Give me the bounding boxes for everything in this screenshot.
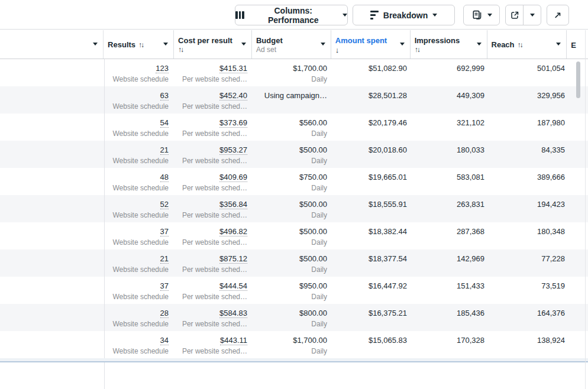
header-results[interactable]: Results↑↓ <box>104 30 174 59</box>
columns-button[interactable]: Columns: Performance <box>235 5 348 25</box>
name-cell <box>0 114 105 141</box>
table-row[interactable]: 54 Website schedule $373.69 Per website … <box>0 114 588 141</box>
results-cell: 54 Website schedule <box>105 114 176 141</box>
cost-per-result-cell: $584.83 Per website sched… <box>176 304 254 331</box>
table-row[interactable]: 48 Website schedule $409.69 Per website … <box>0 168 588 195</box>
header-name-column[interactable] <box>0 30 104 59</box>
amount-spent-value: $15,065.83 <box>338 335 407 346</box>
table-row[interactable]: 28 Website schedule $584.83 Per website … <box>0 304 588 331</box>
table-row[interactable]: 21 Website schedule $953.27 Per website … <box>0 141 588 168</box>
table-row[interactable]: 123 Website schedule $415.31 Per website… <box>0 59 588 86</box>
budget-cell: $1,700.00 Daily <box>254 59 334 86</box>
budget-subtitle: Daily <box>258 129 327 139</box>
results-value[interactable]: 21 <box>160 254 169 264</box>
results-subtitle: Website schedule <box>108 210 169 221</box>
results-value[interactable]: 54 <box>160 118 169 128</box>
breakdown-button[interactable]: Breakdown <box>353 5 455 25</box>
results-subtitle: Website schedule <box>108 319 169 329</box>
sort-both-icon: ↑↓ <box>178 46 240 54</box>
results-value[interactable]: 28 <box>160 309 169 318</box>
results-subtitle: Website schedule <box>108 238 169 248</box>
cost-per-result-value[interactable]: $415.31 <box>219 64 247 73</box>
reach-value: 77,228 <box>495 253 565 264</box>
cost-per-result-value[interactable]: $356.84 <box>219 200 247 209</box>
cost-per-result-value[interactable]: $452.40 <box>219 91 247 101</box>
table-row[interactable]: 63 Website schedule $452.40 Per website … <box>0 86 588 114</box>
chevron-down-icon[interactable] <box>163 43 168 46</box>
cost-per-result-cell: $496.82 Per website sched… <box>176 222 254 249</box>
budget-cell: $750.00 Daily <box>254 168 334 195</box>
chevron-down-icon[interactable] <box>477 43 482 46</box>
results-subtitle: Website schedule <box>108 156 169 166</box>
results-value[interactable]: 34 <box>160 336 169 345</box>
impressions-value: 692,999 <box>418 63 484 74</box>
header-impressions-label: Impressions <box>415 35 475 46</box>
name-cell <box>0 141 105 168</box>
reports-button[interactable] <box>463 5 500 25</box>
budget-value: $500.00 <box>258 144 327 155</box>
cost-per-result-value[interactable]: $444.54 <box>219 281 247 291</box>
breakdown-button-label: Breakdown <box>383 11 428 20</box>
cost-per-result-subtitle: Per website sched… <box>179 74 247 85</box>
view-charts-button[interactable] <box>547 5 569 25</box>
chevron-down-icon[interactable] <box>556 43 561 46</box>
cost-per-result-value[interactable]: $409.69 <box>219 173 247 182</box>
horizontal-scroll-strip[interactable] <box>0 358 588 362</box>
budget-value: $800.00 <box>258 307 327 319</box>
impressions-value: 583,081 <box>418 171 484 183</box>
sort-both-icon: ↑↓ <box>415 46 475 54</box>
table-header-row: Results↑↓ Cost per result ↑↓ Budget Ad s… <box>0 30 588 59</box>
chevron-down-icon[interactable] <box>93 43 98 46</box>
results-cell: 123 Website schedule <box>105 59 176 86</box>
cost-per-result-value[interactable]: $443.11 <box>220 336 247 345</box>
budget-cell: $500.00 Daily <box>254 222 334 249</box>
table-row[interactable]: 37 Website schedule $496.82 Per website … <box>0 222 588 249</box>
amount-spent-value: $18,555.91 <box>338 199 407 210</box>
vertical-scrollbar-thumb[interactable] <box>576 61 580 98</box>
budget-cell: $500.00 Daily <box>254 249 334 277</box>
export-options-button[interactable] <box>523 5 541 25</box>
amount-spent-value: $16,447.92 <box>338 280 407 291</box>
name-cell <box>0 168 105 195</box>
results-value[interactable]: 21 <box>160 145 169 155</box>
budget-cell: $500.00 Daily <box>254 195 334 222</box>
export-button[interactable] <box>506 5 523 25</box>
cost-per-result-value[interactable]: $496.82 <box>219 227 247 236</box>
header-impressions[interactable]: Impressions ↑↓ <box>411 30 487 59</box>
header-reach[interactable]: Reach↑↓ <box>487 30 567 59</box>
results-value[interactable]: 48 <box>160 173 169 182</box>
reach-value: 73,519 <box>495 280 565 291</box>
results-value[interactable]: 123 <box>156 64 169 73</box>
results-cell: 48 Website schedule <box>105 168 176 195</box>
sort-both-icon: ↑↓ <box>138 41 143 49</box>
results-value[interactable]: 37 <box>160 281 169 291</box>
sort-desc-icon: ↓ <box>335 46 398 54</box>
header-budget[interactable]: Budget Ad set <box>252 30 331 59</box>
results-value[interactable]: 63 <box>160 91 169 101</box>
cost-per-result-value[interactable]: $584.83 <box>219 309 247 318</box>
chevron-down-icon[interactable] <box>241 43 246 46</box>
header-cost-per-result[interactable]: Cost per result ↑↓ <box>174 30 252 59</box>
table-row[interactable]: 21 Website schedule $875.12 Per website … <box>0 249 588 277</box>
header-amount-spent[interactable]: Amount spent ↓ <box>331 30 411 59</box>
table-row[interactable]: 34 Website schedule $443.11 Per website … <box>0 331 588 358</box>
results-value[interactable]: 52 <box>160 200 169 209</box>
impressions-value: 287,368 <box>418 226 484 237</box>
chevron-down-icon[interactable] <box>321 43 325 46</box>
results-subtitle: Website schedule <box>108 183 169 193</box>
cost-per-result-value[interactable]: $953.27 <box>219 145 247 155</box>
cost-per-result-cell: $875.12 Per website sched… <box>176 249 254 277</box>
cost-per-result-value[interactable]: $373.69 <box>219 118 247 128</box>
reach-cell: 84,335 <box>492 141 572 168</box>
chevron-down-icon[interactable] <box>400 43 405 46</box>
cost-per-result-value[interactable]: $875.12 <box>219 254 247 264</box>
amount-spent-value: $20,018.60 <box>338 144 407 155</box>
amount-spent-value: $28,501.28 <box>338 90 407 101</box>
table-row[interactable]: 52 Website schedule $356.84 Per website … <box>0 195 588 222</box>
reach-value: 329,956 <box>495 90 565 101</box>
results-value[interactable]: 37 <box>160 227 169 236</box>
results-cell: 37 Website schedule <box>105 277 176 304</box>
cost-per-result-subtitle: Per website sched… <box>179 292 247 302</box>
table-row[interactable]: 37 Website schedule $444.54 Per website … <box>0 277 588 304</box>
budget-value: $750.00 <box>258 171 327 183</box>
